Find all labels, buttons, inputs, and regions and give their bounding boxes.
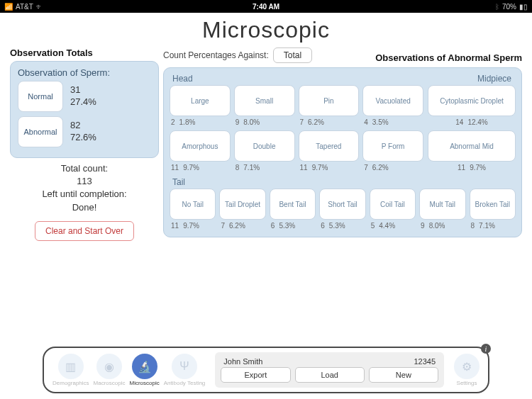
- total-count-label: Total count:: [10, 162, 159, 175]
- tail-droplet-button[interactable]: Tail Droplet: [219, 189, 265, 220]
- head-double-button[interactable]: Double: [234, 130, 295, 162]
- signal-icon: 📶: [4, 3, 13, 11]
- normal-button[interactable]: Normal: [18, 81, 63, 112]
- tab-settings[interactable]: ⚙ Settings: [454, 354, 480, 386]
- new-button[interactable]: New: [369, 367, 438, 383]
- left-until-label: Left until completion:: [10, 188, 159, 201]
- info-icon[interactable]: i: [481, 344, 491, 354]
- bluetooth-icon: ᛒ: [495, 3, 499, 11]
- bottom-toolbar: i ▥ Demographics ◉ Macroscopic 🔬 Microsc…: [43, 347, 489, 393]
- gear-icon: ⚙: [462, 360, 472, 373]
- count-against-button[interactable]: Total: [273, 47, 312, 63]
- patient-name: John Smith: [223, 357, 262, 366]
- head-tapered-button[interactable]: Tapered: [299, 130, 360, 162]
- normal-count: 31: [70, 84, 96, 96]
- head-vacuolated-button[interactable]: Vacuolated: [362, 85, 423, 116]
- tail-broken-button[interactable]: Broken Tail: [470, 189, 516, 220]
- tab-antibody-testing[interactable]: Ψ Antibody Testing: [164, 354, 206, 386]
- observation-totals-heading: Observation Totals: [10, 47, 159, 58]
- tail-coil-button[interactable]: Coil Tail: [370, 189, 416, 220]
- status-bar: 📶 AT&T ᯤ 7:40 AM ᛒ 70% ▮▯: [0, 0, 532, 13]
- battery-icon: ▮▯: [519, 3, 528, 11]
- patient-bar: John Smith 12345 Export Load New: [215, 352, 444, 388]
- total-count-value: 113: [10, 175, 159, 188]
- head-pin-button[interactable]: Pin: [299, 85, 360, 116]
- load-button[interactable]: Load: [295, 367, 365, 383]
- head-pform-button[interactable]: P Form: [362, 130, 423, 162]
- mid-abnormal-button[interactable]: Abnormal Mid: [428, 130, 516, 162]
- page-title: Microscopic: [0, 17, 532, 43]
- observation-of-sperm-label: Observation of Sperm:: [18, 67, 151, 78]
- abnormal-count: 82: [70, 120, 96, 132]
- microscope-icon: 🔬: [138, 360, 152, 373]
- tab-microscopic[interactable]: 🔬 Microscopic: [129, 354, 159, 386]
- midpiece-group-label: Midpiece: [431, 74, 516, 84]
- battery-pct: 70%: [502, 3, 516, 11]
- head-group-label: Head: [172, 74, 423, 84]
- tail-bent-button[interactable]: Bent Tail: [270, 189, 316, 220]
- carrier-label: AT&T: [16, 3, 33, 11]
- tail-short-button[interactable]: Short Tail: [319, 189, 365, 220]
- abnormal-panel: Head Large21.8% Small98.0% Pin76.2% Vacu…: [163, 67, 522, 237]
- clear-start-over-button[interactable]: Clear and Start Over: [35, 221, 134, 241]
- abnormal-button[interactable]: Abnormal: [18, 116, 63, 147]
- head-amorphous-button[interactable]: Amorphous: [170, 130, 231, 162]
- abnormal-pct: 72.6%: [70, 132, 96, 144]
- status-time: 7:40 AM: [179, 3, 353, 11]
- head-large-button[interactable]: Large: [170, 85, 231, 116]
- tail-mult-button[interactable]: Mult Tail: [419, 189, 465, 220]
- antibody-icon: Ψ: [179, 360, 189, 373]
- observation-totals-panel: Observation of Sperm: Normal 31 27.4% Ab…: [10, 61, 159, 158]
- count-against-label: Count Percentages Against:: [163, 50, 269, 60]
- patient-id: 12345: [414, 357, 436, 366]
- abnormal-observations-heading: Observations of Abnormal Sperm: [375, 52, 522, 63]
- tail-group-label: Tail: [172, 177, 516, 187]
- mid-cyto-droplet-button[interactable]: Cytoplasmic Droplet: [428, 85, 516, 116]
- tab-demographics[interactable]: ▥ Demographics: [52, 354, 89, 386]
- tail-notail-button[interactable]: No Tail: [170, 189, 216, 220]
- head-small-button[interactable]: Small: [234, 85, 295, 116]
- export-button[interactable]: Export: [221, 367, 290, 383]
- left-until-value: Done!: [10, 201, 159, 214]
- tab-macroscopic[interactable]: ◉ Macroscopic: [94, 354, 126, 386]
- eye-icon: ◉: [104, 360, 114, 373]
- wifi-icon: ᯤ: [36, 3, 43, 11]
- normal-pct: 27.4%: [70, 96, 96, 108]
- bar-chart-icon: ▥: [65, 360, 76, 373]
